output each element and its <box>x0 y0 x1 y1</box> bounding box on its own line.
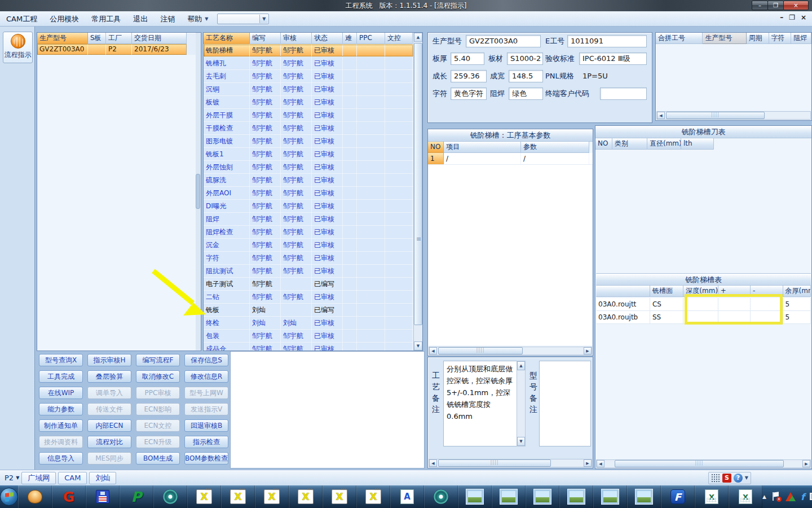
grid-icon[interactable] <box>711 474 720 483</box>
process-row[interactable]: 铣阶梯槽邹宇航邹宇航已审核 <box>204 44 413 57</box>
mask-field[interactable]: 绿色 <box>509 87 543 100</box>
process-row[interactable]: 电子测试邹宇航已编写 <box>204 278 413 291</box>
merge-col-model[interactable]: 生产型号 <box>703 33 746 44</box>
show-hidden-icons-button[interactable]: ▲ <box>762 494 766 500</box>
process-row[interactable]: 图形电镀邹宇航邹宇航已审核 <box>204 135 413 148</box>
scroll-up-icon[interactable]: ▲ <box>517 361 525 370</box>
mdi-close-button[interactable]: × <box>801 14 806 21</box>
cam-window-icon[interactable]: X <box>289 485 323 508</box>
statusbar-caret-icon[interactable]: ▼ <box>745 475 748 480</box>
material-field[interactable]: S1000-2 <box>507 52 543 65</box>
disc-app-icon-2[interactable] <box>424 485 458 508</box>
action-button[interactable]: 制作通知单 <box>39 419 83 432</box>
params-col-value[interactable]: 参数 <box>521 142 589 153</box>
picture-window-icon[interactable] <box>593 485 627 508</box>
floppy-app-icon[interactable] <box>86 485 120 508</box>
scroll-up-icon[interactable]: ▲ <box>414 33 422 42</box>
tab-wan[interactable]: 广域网 <box>21 472 56 484</box>
menu-exit[interactable]: 退出 <box>127 13 154 25</box>
antivirus-tray-icon[interactable] <box>785 492 796 501</box>
notes-hscroll-thumb[interactable] <box>438 459 551 467</box>
action-button[interactable]: 内部ECN <box>87 419 131 432</box>
order-table-scrollbar[interactable] <box>196 33 200 350</box>
model-note-text[interactable] <box>539 361 591 446</box>
order-row-selected[interactable]: GV2ZT003A0 P2 2017/6/23 <box>37 44 187 55</box>
length-field[interactable]: 259.36 <box>451 70 487 82</box>
process-table-scrollbar[interactable]: ▲ ▼ <box>413 33 422 351</box>
process-col-name[interactable]: 工艺名称 <box>204 33 250 44</box>
order-col-date[interactable]: 交货日期 <box>132 33 187 44</box>
menu-help[interactable]: 帮助 <box>181 13 208 25</box>
process-row[interactable]: 外层干膜邹宇航邹宇航已审核 <box>204 109 413 122</box>
picture-window-icon[interactable] <box>526 485 559 508</box>
picture-window-icon[interactable] <box>458 485 492 508</box>
process-row[interactable]: 铣板刘灿已编写 <box>204 304 413 317</box>
scroll-right-icon[interactable]: ▶ <box>584 459 592 467</box>
step-col-file[interactable] <box>596 286 650 297</box>
product-field[interactable]: GV2ZT003A0 <box>466 35 541 47</box>
p-app-icon[interactable]: P <box>120 485 153 508</box>
close-button[interactable]: × <box>783 1 809 10</box>
action-button[interactable]: 型号查询X <box>39 354 83 366</box>
action-button[interactable]: BOM生成 <box>136 452 180 465</box>
order-col-factory[interactable]: 工厂 <box>106 33 132 44</box>
process-row[interactable]: 外层AOI邹宇航邹宇航已审核 <box>204 187 413 200</box>
start-button[interactable] <box>0 485 18 508</box>
merge-col-mask[interactable]: 阻焊 <box>791 33 811 44</box>
process-row[interactable]: 阻抗测试邹宇航邹宇航已审核 <box>204 265 413 278</box>
order-col-sboard[interactable]: S板 <box>88 33 106 44</box>
scroll-right-icon[interactable]: ▶ <box>802 460 810 467</box>
process-row[interactable]: 铣槽孔邹宇航邹宇航已审核 <box>204 57 413 70</box>
params-row[interactable]: 1 / / <box>428 153 593 165</box>
action-center-flag-icon[interactable]: x <box>771 492 780 502</box>
g-app-icon[interactable]: G <box>52 485 86 508</box>
cam-window-icon[interactable]: X <box>356 485 390 508</box>
action-button[interactable]: 修改信息R <box>184 370 228 383</box>
process-row[interactable]: 干膜检查邹宇航邹宇航已审核 <box>204 122 413 135</box>
process-row[interactable]: 去毛刺邹宇航邹宇航已审核 <box>204 70 413 83</box>
note-scrollbar[interactable]: ▲ ▼ <box>517 361 526 446</box>
merge-hscroll-thumb[interactable] <box>666 112 765 119</box>
process-row[interactable]: 板镀邹宇航邹宇航已审核 <box>204 96 413 109</box>
thickness-field[interactable]: 5.40 <box>451 52 484 65</box>
params-col-item[interactable]: 项目 <box>444 142 521 153</box>
menu-tools[interactable]: 常用工具 <box>85 13 127 25</box>
action-button[interactable]: 信息导入 <box>39 452 83 465</box>
cam-window-icon[interactable]: X <box>187 485 221 508</box>
width-field[interactable]: 148.5 <box>509 70 543 82</box>
order-scrollbar-thumb[interactable] <box>196 174 200 209</box>
action-button[interactable]: BOM参数检查 <box>184 452 228 465</box>
excel-app-icon[interactable]: X <box>729 485 762 508</box>
f-app-icon[interactable]: F <box>661 485 695 508</box>
action-button[interactable]: 取消修改C <box>136 370 180 383</box>
tab-user[interactable]: 刘灿 <box>89 472 116 484</box>
process-row[interactable]: 二钻邹宇航邹宇航已审核 <box>204 291 413 304</box>
merge-col-legend[interactable]: 字符 <box>769 33 792 44</box>
network-icon[interactable] <box>810 493 812 501</box>
params-hscroll-thumb[interactable] <box>438 347 523 354</box>
tool-col-type[interactable]: 类别 <box>612 138 647 150</box>
mdi-minimize-button[interactable]: – <box>780 14 783 21</box>
shell-app-icon[interactable] <box>18 485 52 508</box>
restore-button[interactable]: ❐ <box>767 1 784 10</box>
process-row[interactable]: 阻焊邹宇航邹宇航已审核 <box>204 213 413 226</box>
process-col-difficulty[interactable]: 难 <box>343 33 357 44</box>
action-button[interactable]: 编写流程F <box>136 354 180 366</box>
disc-app-icon[interactable] <box>153 485 187 508</box>
step-col-face[interactable]: 铣槽面 <box>650 286 683 297</box>
process-row[interactable]: 阻焊检查邹宇航邹宇航已审核 <box>204 226 413 239</box>
process-col-reviewer[interactable]: 审核 <box>281 33 312 44</box>
tool-col-lth[interactable]: lth <box>681 138 714 150</box>
scroll-down-icon[interactable]: ▼ <box>517 437 525 446</box>
scroll-left-icon[interactable]: ◀ <box>429 347 437 354</box>
cam-window-icon[interactable]: X <box>255 485 289 508</box>
merge-col-cycle[interactable]: 周期 <box>747 33 769 44</box>
process-row[interactable]: 成品仓邹宇航邹宇航已审核 <box>204 343 413 351</box>
s-app-icon[interactable]: S <box>722 474 731 483</box>
process-row[interactable]: 铣板1邹宇航邹宇航已审核 <box>204 148 413 161</box>
excel-app-icon[interactable]: X <box>695 485 729 508</box>
process-row[interactable]: 字符邹宇航邹宇航已审核 <box>204 252 413 265</box>
menu-modules[interactable]: 公用模块 <box>43 13 85 25</box>
params-hscrollbar[interactable]: ◀ ▶ <box>429 347 592 355</box>
process-row[interactable]: 硫脲洗邹宇航邹宇航已审核 <box>204 174 413 187</box>
